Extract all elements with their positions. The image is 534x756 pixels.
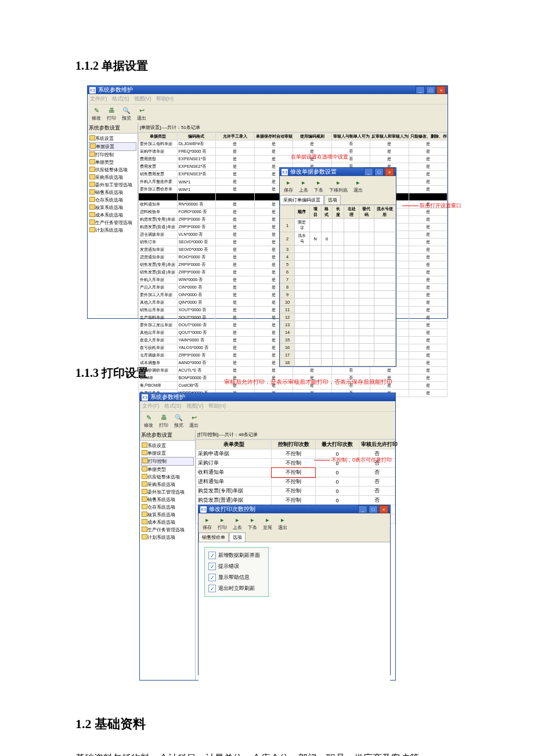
- tree-item[interactable]: 采购系统选项: [89, 174, 136, 181]
- dialog-row[interactable]: 12: [280, 314, 396, 321]
- dialog-row[interactable]: 6: [280, 268, 396, 276]
- dialog-tab[interactable]: 销售报价单: [199, 532, 229, 542]
- table-row[interactable]: 收料通知单不控制0否: [196, 468, 395, 477]
- nav-tree[interactable]: 系统参数设置 系统设置单据设置打印控制单据类型供应链整体选项采购系统选项委外加工…: [88, 123, 138, 318]
- checkbox-row[interactable]: ✓显示帮助信息: [207, 572, 261, 583]
- dialog-row[interactable]: 9: [280, 291, 396, 298]
- dialog-close-button[interactable]: ×: [385, 168, 394, 176]
- btn-preview[interactable]: 🔍预览: [120, 106, 133, 122]
- dialog-row[interactable]: 14: [280, 329, 396, 336]
- tree-item[interactable]: 成本系统选项: [89, 211, 136, 219]
- dialog-tool-打印[interactable]: ▸打印: [216, 515, 229, 531]
- dialog-row[interactable]: 8: [280, 283, 396, 291]
- tree-item[interactable]: 核算系统选项: [141, 511, 194, 519]
- maximize-button[interactable]: □: [426, 86, 435, 94]
- menu-item[interactable]: 帮助(H): [156, 95, 174, 103]
- dialog-tab[interactable]: 选项: [324, 195, 341, 204]
- menu-item[interactable]: 格式(S): [164, 402, 182, 410]
- nav-tree[interactable]: 系统参数设置 系统设置单据设置打印控制单据类型供应链整体选项采购系统选项委外加工…: [140, 430, 196, 680]
- dialog-tool-上条[interactable]: ▸上条: [231, 515, 244, 531]
- close-button[interactable]: ×: [436, 86, 446, 94]
- dialog-row[interactable]: 2流水号N6: [280, 232, 396, 246]
- dialog-row[interactable]: 17: [280, 351, 396, 359]
- dialog-row[interactable]: 5: [280, 261, 396, 268]
- checkbox-row[interactable]: ✓新增数据刷新界面: [207, 550, 261, 561]
- menu-item[interactable]: 文件(F): [90, 95, 107, 103]
- menu-item[interactable]: 视图(V): [134, 95, 151, 103]
- dialog-min-button[interactable]: _: [364, 168, 373, 176]
- tree-item[interactable]: 单据设置: [141, 449, 194, 457]
- tree-item[interactable]: 系统设置: [89, 135, 136, 142]
- dialog-row[interactable]: 4: [280, 253, 396, 261]
- dialog-max-button[interactable]: □: [369, 505, 378, 513]
- btn-print[interactable]: 🖶打印: [105, 106, 118, 122]
- btn-edit[interactable]: ✎修改: [142, 413, 155, 429]
- tree-item[interactable]: 供应链整体选项: [89, 166, 136, 174]
- dialog-row[interactable]: 7: [280, 276, 396, 283]
- dialog-tab[interactable]: 选项: [229, 532, 246, 542]
- tree-item[interactable]: 计划系统选项: [141, 534, 194, 541]
- dialog-tabbar[interactable]: 销售报价单选项: [199, 532, 390, 542]
- minimize-button[interactable]: _: [416, 86, 425, 94]
- btn-print[interactable]: 🖶打印: [157, 413, 170, 429]
- table-row[interactable]: 购货发票(专用)单据不控制0否: [196, 487, 395, 496]
- tree-item[interactable]: 单据类型: [141, 466, 194, 473]
- table-row[interactable]: 购货发票(普通)单据不控制0否: [196, 496, 395, 505]
- btn-preview[interactable]: 🔍预览: [172, 413, 185, 429]
- dialog-max-button[interactable]: □: [374, 168, 384, 176]
- checkbox-icon[interactable]: ✓: [208, 574, 216, 581]
- dialog-tool-退出[interactable]: ▸退出: [276, 515, 289, 531]
- dialog-row[interactable]: 18: [280, 359, 396, 366]
- dialog-tool-下移到底[interactable]: ▸下移到底: [327, 178, 349, 194]
- dialog-row[interactable]: 15: [280, 336, 396, 344]
- tree-item[interactable]: 委外加工管理选项: [89, 181, 136, 189]
- dialog-close-button[interactable]: ×: [379, 505, 388, 513]
- dialog-tool-下条[interactable]: ▸下条: [312, 178, 325, 194]
- menu-item[interactable]: 文件(F): [142, 402, 160, 410]
- tree-item[interactable]: 仓存系统选项: [141, 503, 194, 511]
- dialog-row[interactable]: 3: [280, 246, 396, 253]
- dialog-tool-退出[interactable]: ▸退出: [352, 178, 365, 194]
- tree-item[interactable]: 打印控制: [141, 457, 194, 466]
- menu-item[interactable]: 视图(V): [186, 402, 204, 410]
- tree-item[interactable]: 生产任务管理选项: [89, 219, 136, 226]
- dialog-tabbar[interactable]: 采购订单编码设置选项: [280, 195, 396, 205]
- tree-item[interactable]: 核算系统选项: [89, 204, 136, 211]
- dialog-tool-至尾[interactable]: ▸至尾: [261, 515, 274, 531]
- tree-item[interactable]: 成本系统选项: [141, 519, 194, 526]
- dialog-tab[interactable]: 采购订单编码设置: [280, 195, 324, 204]
- dialog-tool-上条[interactable]: ▸上条: [297, 178, 310, 194]
- tree-item[interactable]: 采购系统选项: [141, 481, 194, 488]
- checkbox-row[interactable]: ✓退出时立即刷新: [207, 583, 261, 594]
- dialog-row[interactable]: 13: [280, 321, 396, 329]
- table-row[interactable]: 进料通知单不控制0否: [196, 477, 395, 487]
- tree-item[interactable]: 系统设置: [141, 442, 194, 449]
- btn-exit[interactable]: ↩退出: [135, 106, 148, 122]
- dialog-tool-保存[interactable]: ▸保存: [201, 515, 214, 531]
- tree-item[interactable]: 仓存系统选项: [89, 196, 136, 204]
- tree-item[interactable]: 单据类型: [89, 159, 136, 166]
- dialog-row[interactable]: 10: [280, 298, 396, 306]
- dialog-tool-保存[interactable]: ▸保存: [282, 178, 295, 194]
- menu-item[interactable]: 帮助(H): [208, 402, 226, 410]
- tree-item[interactable]: 委外加工管理选项: [141, 488, 194, 496]
- checkbox-icon[interactable]: ✓: [208, 585, 216, 592]
- dialog-grid[interactable]: 顺序项目格式长度右处理替代码流水号使用 1固定字2流水号N63456789101…: [280, 205, 396, 366]
- dialog-row[interactable]: 11: [280, 306, 396, 314]
- tree-item[interactable]: 打印控制: [89, 151, 136, 159]
- dialog-row[interactable]: 16: [280, 344, 396, 351]
- dialog-row[interactable]: 1固定字: [280, 219, 396, 232]
- checkbox-row[interactable]: ✓提示错误: [207, 561, 261, 572]
- dialog-tool-下条[interactable]: ▸下条: [246, 515, 259, 531]
- tree-item[interactable]: 计划系统选项: [89, 226, 136, 234]
- tree-item[interactable]: 生产任务管理选项: [141, 526, 194, 534]
- tree-item[interactable]: 单据设置: [89, 142, 136, 151]
- tree-item[interactable]: 供应链整体选项: [141, 473, 194, 481]
- menu-item[interactable]: 格式(S): [112, 95, 129, 103]
- tree-item[interactable]: 销售系统选项: [89, 189, 136, 196]
- table-row[interactable]: 计划价调价单据ACUTL*0 否是是是否是是: [139, 367, 448, 375]
- tree-item[interactable]: 销售系统选项: [141, 496, 194, 503]
- dialog-min-button[interactable]: _: [358, 505, 367, 513]
- checkbox-icon[interactable]: ✓: [208, 563, 216, 570]
- checkbox-icon[interactable]: ✓: [208, 552, 216, 559]
